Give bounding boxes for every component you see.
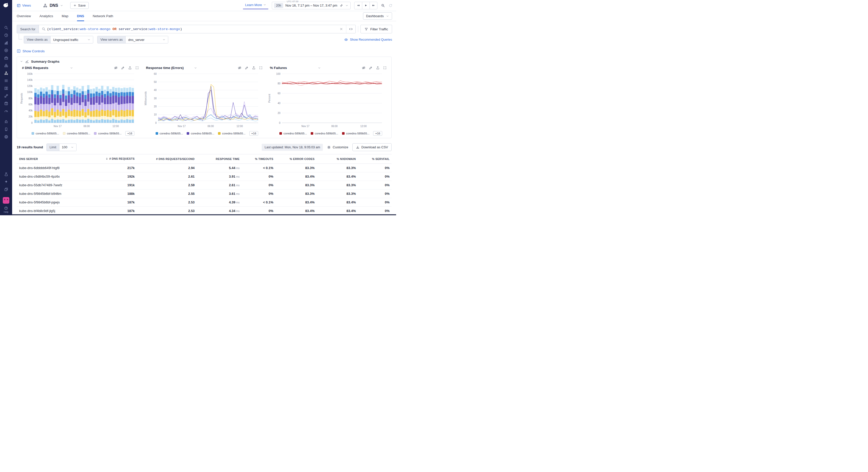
- tab-network-path[interactable]: Network Path: [93, 11, 113, 21]
- chart-metric-dropdown[interactable]: % Failures: [270, 66, 321, 70]
- legend-item[interactable]: coredns-589b55...: [279, 132, 307, 135]
- column-header-response-time[interactable]: RESPONSE TIME: [196, 154, 242, 164]
- sidebar-item-layers[interactable]: [0, 185, 12, 193]
- table-row[interactable]: kube-dns-6dbbbb649f-htgf8217k2.945.44ms<…: [17, 164, 392, 172]
- views-button[interactable]: Views: [17, 3, 31, 7]
- sidebar-item-bug[interactable]: [0, 118, 12, 125]
- legend-more-button[interactable]: +16: [249, 131, 258, 136]
- expand-graph-button[interactable]: [259, 66, 263, 70]
- datadog-logo[interactable]: [0, 0, 12, 10]
- zoom-out-button[interactable]: [381, 3, 385, 7]
- legend-item[interactable]: coredns-589b55...: [311, 132, 338, 135]
- sidebar-item-chart[interactable]: [0, 39, 12, 47]
- forward-button[interactable]: [370, 2, 377, 9]
- export-graph-button[interactable]: [128, 66, 132, 70]
- export-graph-button[interactable]: [252, 66, 256, 70]
- sidebar-item-rows[interactable]: [0, 77, 12, 84]
- column-header--timeouts[interactable]: % TIMEOUTS: [242, 154, 275, 164]
- chart-metric-dropdown[interactable]: # DNS Requests: [22, 66, 73, 70]
- sidebar-item-link[interactable]: [0, 92, 12, 99]
- table-row[interactable]: kube-dns-5f9845b6bf-b946m188k2.553.61ms0…: [17, 189, 392, 198]
- customize-button[interactable]: Customize: [326, 144, 350, 151]
- legend-item[interactable]: coredns-589b55...: [94, 132, 122, 135]
- refresh-button[interactable]: [389, 3, 393, 7]
- legend-item[interactable]: coredns-589b55...: [187, 132, 214, 135]
- download-csv-button[interactable]: Download as CSV: [352, 143, 392, 151]
- table-row[interactable]: kube-dns-5f9845b6bf-pgwjs187k2.534.39ms<…: [17, 198, 392, 207]
- legend-more-button[interactable]: +16: [125, 131, 134, 136]
- chevron-down-icon: [87, 38, 90, 41]
- time-span-badge[interactable]: 20h: [274, 3, 283, 8]
- expand-graph-button[interactable]: [135, 66, 139, 70]
- column-header--dns-requests-second[interactable]: # DNS REQUESTS/SECOND: [137, 154, 196, 164]
- legend-item[interactable]: coredns-589b55...: [32, 132, 59, 135]
- hide-graph-button[interactable]: [238, 66, 242, 70]
- collapse-chevron-icon[interactable]: [20, 60, 23, 63]
- clear-search-button[interactable]: [337, 25, 346, 33]
- sidebar-item-clock[interactable]: [0, 31, 12, 39]
- legend-item[interactable]: coredns-589b55...: [156, 132, 183, 135]
- hide-graph-button[interactable]: [114, 66, 118, 70]
- edit-graph-button[interactable]: [245, 66, 249, 70]
- time-range-dropdown-button[interactable]: [345, 4, 348, 7]
- sidebar-item-target[interactable]: [0, 133, 12, 141]
- learn-more-button[interactable]: Learn More: [243, 2, 268, 9]
- table-row[interactable]: kube-dns-bf4b8c9df-jlg5j187k2.534.34ms0%…: [17, 207, 392, 215]
- hide-graph-button[interactable]: [362, 66, 366, 70]
- servers-grouping-select[interactable]: dns_server: [126, 36, 168, 43]
- edit-graph-button[interactable]: [369, 66, 373, 70]
- sidebar-item-gauge[interactable]: [0, 107, 12, 115]
- play-button[interactable]: [362, 2, 370, 9]
- column-header--servfail[interactable]: % SERVFAIL: [358, 154, 392, 164]
- query-syntax-button[interactable]: [346, 25, 355, 33]
- column-header--nxdomain[interactable]: % NXDOMAIN: [316, 154, 358, 164]
- tab-overview[interactable]: Overview: [17, 11, 31, 21]
- edit-graph-button[interactable]: [121, 66, 125, 70]
- sidebar-item-search[interactable]: [0, 24, 12, 31]
- pin-timeframe-button[interactable]: [340, 4, 343, 7]
- save-button[interactable]: Save: [70, 2, 89, 9]
- limit-select[interactable]: 100: [59, 144, 76, 151]
- sidebar-item-flask[interactable]: [0, 170, 12, 178]
- app-sidebar: Help: [0, 0, 12, 215]
- expand-graph-button[interactable]: [383, 66, 387, 70]
- column-header--error-codes[interactable]: % ERROR CODES: [275, 154, 316, 164]
- time-range-picker[interactable]: UTC-07:00 20h Nov 16, 7:17 pm – Nov 17, …: [272, 2, 351, 9]
- chart-metric-dropdown[interactable]: Response time (Errors): [146, 66, 197, 70]
- export-graph-button[interactable]: [376, 66, 380, 70]
- show-recommended-queries-link[interactable]: Show Recommended Queries: [344, 38, 392, 42]
- legend-item[interactable]: coredns-589b55...: [63, 132, 90, 135]
- sidebar-item-sparkle[interactable]: [0, 178, 12, 185]
- table-row[interactable]: kube-dns-55db747489-7wwfz191k2.592.61ms0…: [17, 181, 392, 189]
- legend-more-button[interactable]: +16: [373, 131, 382, 136]
- sidebar-item-cubes[interactable]: [0, 62, 12, 69]
- legend-item[interactable]: coredns-589b55...: [218, 132, 246, 135]
- search-input[interactable]: (client_service:web-store-mongo OR serve…: [47, 25, 337, 33]
- sidebar-item-donut[interactable]: [0, 47, 12, 54]
- table-row[interactable]: kube-dns-c9d84bc59-4pz6x192k2.613.91ms0%…: [17, 172, 392, 181]
- rewind-button[interactable]: [354, 2, 362, 9]
- legend-item[interactable]: coredns-589b55...: [342, 132, 370, 135]
- column-header-dns-server[interactable]: DNS SERVER: [17, 154, 92, 164]
- sidebar-item-help[interactable]: Help: [4, 206, 8, 213]
- sidebar-item-package[interactable]: [0, 99, 12, 107]
- sidebar-item-columns[interactable]: [0, 84, 12, 92]
- tab-dns[interactable]: DNS: [77, 11, 84, 21]
- filter-traffic-button[interactable]: Filter Traffic: [361, 25, 392, 33]
- clients-grouping-select[interactable]: Ungrouped traffic: [51, 36, 93, 43]
- show-controls-link[interactable]: Show Controls: [17, 49, 45, 53]
- user-avatar[interactable]: [3, 197, 9, 204]
- tab-map[interactable]: Map: [62, 11, 68, 21]
- chart-plot-area[interactable]: 0102030405060Nov 1706:0012:00Millisecond…: [144, 71, 261, 130]
- sidebar-item-briefcase[interactable]: [0, 54, 12, 62]
- tab-analytics[interactable]: Analytics: [39, 11, 53, 21]
- sidebar-item-mobile[interactable]: [0, 125, 12, 133]
- sidebar-item-network[interactable]: [0, 69, 12, 77]
- page-title-group[interactable]: DNS: [43, 3, 63, 8]
- chevron-down-icon[interactable]: [60, 4, 63, 7]
- time-range-text[interactable]: Nov 16, 7:17 pm – Nov 17, 3:47 pm: [285, 3, 337, 7]
- column-header--dns-requests[interactable]: # DNS REQUESTS: [92, 154, 137, 164]
- chart-plot-area[interactable]: 020406080100Nov 1706:0012:00Percent: [268, 71, 384, 130]
- dashboards-button[interactable]: Dashboards: [363, 12, 392, 20]
- chart-plot-area[interactable]: 020k40k60k80k100k120k140k160kNov 1706:00…: [20, 71, 137, 130]
